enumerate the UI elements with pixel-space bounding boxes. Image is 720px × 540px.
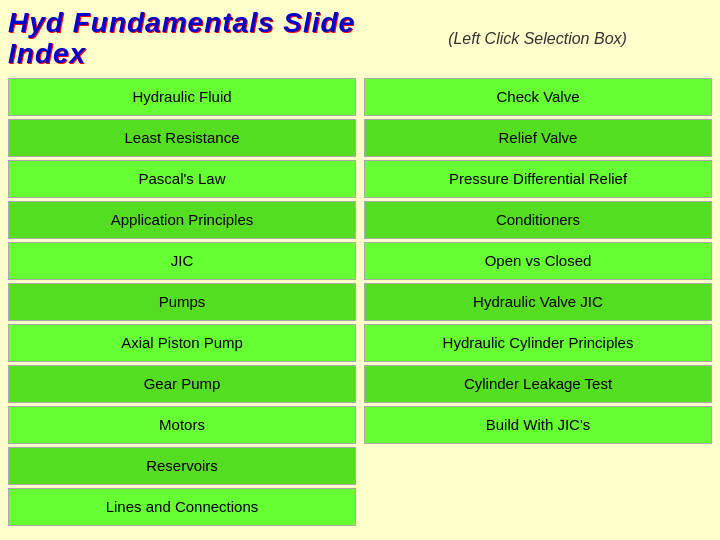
- app-title: Hyd Fundamentals Slide Index: [8, 8, 363, 70]
- left-menu-item[interactable]: Pascal's Law: [8, 160, 356, 198]
- left-menu-item[interactable]: Lines and Connections: [8, 488, 356, 526]
- instruction-area: (Left Click Selection Box): [363, 30, 712, 48]
- right-menu-item[interactable]: Open vs Closed: [364, 242, 712, 280]
- right-menu-item[interactable]: Pressure Differential Relief: [364, 160, 712, 198]
- right-menu-item[interactable]: Hydraulic Cylinder Principles: [364, 324, 712, 362]
- right-menu-item[interactable]: Hydraulic Valve JIC: [364, 283, 712, 321]
- left-menu-item[interactable]: Reservoirs: [8, 447, 356, 485]
- right-menu-item[interactable]: Conditioners: [364, 201, 712, 239]
- content-grid: Hydraulic FluidLeast ResistancePascal's …: [8, 78, 712, 526]
- left-menu-item[interactable]: Hydraulic Fluid: [8, 78, 356, 116]
- left-menu-item[interactable]: Application Principles: [8, 201, 356, 239]
- right-column: Check ValveRelief ValvePressure Differen…: [364, 78, 712, 526]
- left-menu-item[interactable]: Least Resistance: [8, 119, 356, 157]
- header-row: Hyd Fundamentals Slide Index (Left Click…: [8, 8, 712, 70]
- page-container: Hyd Fundamentals Slide Index (Left Click…: [0, 0, 720, 540]
- right-menu-item[interactable]: Cylinder Leakage Test: [364, 365, 712, 403]
- title-area: Hyd Fundamentals Slide Index: [8, 8, 363, 70]
- left-menu-item[interactable]: Motors: [8, 406, 356, 444]
- instruction-text: (Left Click Selection Box): [448, 30, 627, 47]
- left-menu-item[interactable]: JIC: [8, 242, 356, 280]
- left-column: Hydraulic FluidLeast ResistancePascal's …: [8, 78, 356, 526]
- left-menu-item[interactable]: Axial Piston Pump: [8, 324, 356, 362]
- right-menu-item[interactable]: Build With JIC's: [364, 406, 712, 444]
- left-menu-item[interactable]: Pumps: [8, 283, 356, 321]
- right-menu-item[interactable]: Check Valve: [364, 78, 712, 116]
- left-menu-item[interactable]: Gear Pump: [8, 365, 356, 403]
- right-menu-item[interactable]: Relief Valve: [364, 119, 712, 157]
